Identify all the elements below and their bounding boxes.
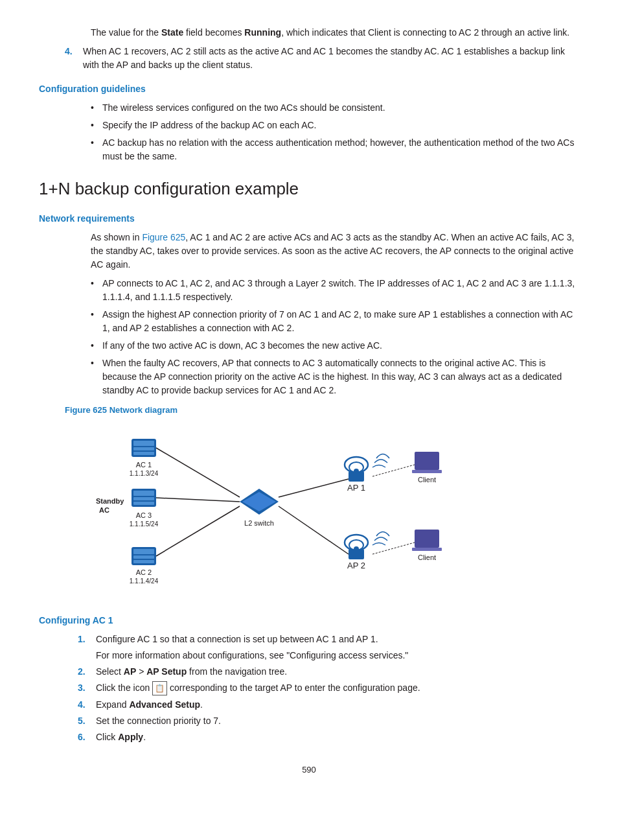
running-bold: Running: [244, 27, 281, 38]
ap1-wave3: [376, 454, 389, 458]
ac3-to-switch-line: [156, 498, 240, 502]
ac3-icon-detail2: [133, 497, 154, 500]
l2switch-icon-inner: [242, 492, 276, 511]
diagram-svg: Standby AC AC 3 1.1.1.5/24 AC 1 1.1.1.3/…: [78, 427, 466, 602]
ac3-label: AC 3: [136, 511, 152, 519]
ac1-ip: 1.1.1.3/24: [130, 470, 159, 477]
step-1-text: Configure AC 1 so that a connection is s…: [96, 634, 378, 644]
item-4-num: 4.: [65, 45, 83, 72]
guideline-2: Specify the IP address of the backup AC …: [91, 119, 579, 132]
ac2-label: AC 2: [136, 568, 152, 576]
ap2-wave3: [376, 531, 389, 536]
ap2-to-client2-line: [372, 542, 415, 554]
network-req-para: As shown in Figure 625, AC 1 and AC 2 ar…: [91, 231, 579, 272]
step-5-num: 5.: [78, 714, 96, 728]
step-4-text: Expand Advanced Setup.: [96, 698, 203, 712]
network-req-bullets: AP connects to AC 1, AC 2, and AC 3 thro…: [91, 277, 579, 397]
page-footer: 590: [39, 764, 579, 776]
step-6-num: 6.: [78, 730, 96, 744]
standby-ac-label: AC: [99, 506, 109, 514]
ap2-wave2: [374, 537, 387, 541]
step-6-text: Click Apply.: [96, 730, 146, 744]
configuring-ac1-section: Configuring AC 1 1. Configure AC 1 so th…: [39, 614, 579, 744]
ap1-wave1: [372, 465, 385, 467]
step-1-sub: For more information about configuration…: [96, 649, 408, 662]
item-4-text: When AC 1 recovers, AC 2 still acts as t…: [83, 45, 579, 72]
network-bullet-3: If any of the two active AC is down, AC …: [91, 339, 579, 353]
ap1-box: [349, 471, 364, 482]
ac2-icon-detail3: [133, 560, 154, 563]
guideline-3: AC backup has no relation with the acces…: [91, 136, 579, 163]
ac3-ip: 1.1.1.5/24: [130, 520, 159, 528]
step-5-text: Set the connection priority to 7.: [96, 714, 221, 728]
step-5: 5. Set the connection priority to 7.: [78, 714, 579, 728]
advanced-setup-bold: Advanced Setup: [129, 699, 200, 710]
page-number: 590: [302, 765, 316, 775]
guideline-1: The wireless services configured on the …: [91, 101, 579, 115]
ac1-icon-detail3: [133, 452, 154, 455]
step-3-num: 3.: [78, 681, 96, 695]
intro-text: The value for the State field becomes Ru…: [91, 26, 579, 40]
intro-paragraph: The value for the State field becomes Ru…: [91, 26, 579, 40]
step-3-text: Click the icon 📋 corresponding to the ta…: [96, 681, 420, 695]
step-3: 3. Click the icon 📋 corresponding to the…: [78, 681, 579, 695]
state-bold: State: [161, 27, 183, 38]
ac1-to-switch-line: [156, 448, 240, 497]
step-1-num: 1.: [78, 633, 96, 662]
step-2-text: Select AP > AP Setup from the navigation…: [96, 665, 287, 679]
apply-bold: Apply: [118, 732, 143, 742]
step-4-num: 4.: [78, 698, 96, 712]
step-6: 6. Click Apply.: [78, 730, 579, 744]
ac2-icon-detail2: [133, 555, 154, 559]
ap2-wave1: [372, 542, 385, 545]
ap2-label: AP 2: [347, 561, 365, 570]
ap-setup-bold: AP Setup: [146, 666, 187, 677]
ap-bold: AP: [124, 666, 136, 677]
l2switch-label: L2 switch: [244, 519, 274, 527]
ac2-to-switch-line: [156, 506, 240, 556]
ac1-label: AC 1: [136, 461, 152, 469]
figure-625-link[interactable]: Figure 625: [142, 232, 185, 242]
ap1-label: AP 1: [347, 483, 365, 493]
main-heading: 1+N backup configuration example: [39, 176, 579, 202]
network-req-heading: Network requirements: [39, 212, 579, 226]
configuring-ac1-heading: Configuring AC 1: [39, 614, 579, 627]
ap1-wave2: [374, 460, 387, 463]
config-guidelines-heading: Configuration guidelines: [39, 82, 579, 96]
client1-base: [412, 470, 442, 473]
network-bullet-2: Assign the highest AP connection priorit…: [91, 308, 579, 335]
step-2-num: 2.: [78, 665, 96, 679]
step-4: 4. Expand Advanced Setup.: [78, 698, 579, 712]
network-bullet-1: AP connects to AC 1, AC 2, and AC 3 thro…: [91, 277, 579, 304]
config-guidelines-list: The wireless services configured on the …: [91, 101, 579, 163]
step-1-content: Configure AC 1 so that a connection is s…: [96, 633, 408, 662]
ac1-icon-detail: [133, 441, 154, 446]
ac3-icon-detail: [133, 491, 154, 496]
ac1-icon-detail2: [133, 447, 154, 450]
client2-screen: [415, 530, 439, 548]
step-1: 1. Configure AC 1 so that a connection i…: [78, 633, 579, 662]
network-diagram: Standby AC AC 3 1.1.1.5/24 AC 1 1.1.1.3/…: [78, 427, 466, 602]
diagram-label: Figure 625 Network diagram: [65, 404, 579, 417]
network-requirements-section: Network requirements As shown in Figure …: [39, 212, 579, 602]
client2-label: Client: [418, 554, 436, 561]
ac3-icon-detail3: [133, 502, 154, 505]
config-icon: 📋: [152, 681, 167, 695]
standby-label: Standby: [96, 497, 124, 505]
step-2: 2. Select AP > AP Setup from the navigat…: [78, 665, 579, 679]
client1-screen: [415, 452, 439, 470]
ac2-icon-detail: [133, 549, 154, 554]
config-guidelines-section: Configuration guidelines The wireless se…: [39, 82, 579, 163]
switch-to-ap1-line: [279, 479, 349, 497]
client2-base: [412, 548, 442, 551]
switch-to-ap2-line: [279, 506, 349, 554]
network-req-text: As shown in Figure 625, AC 1 and AC 2 ar…: [91, 231, 579, 272]
ap1-to-client1-line: [372, 465, 415, 476]
network-bullet-4: When the faulty AC recovers, AP that con…: [91, 356, 579, 397]
ac2-ip: 1.1.1.4/24: [130, 578, 159, 585]
item-4: 4. When AC 1 recovers, AC 2 still acts a…: [65, 45, 579, 72]
ap2-box: [349, 549, 364, 559]
client1-label: Client: [418, 476, 436, 484]
